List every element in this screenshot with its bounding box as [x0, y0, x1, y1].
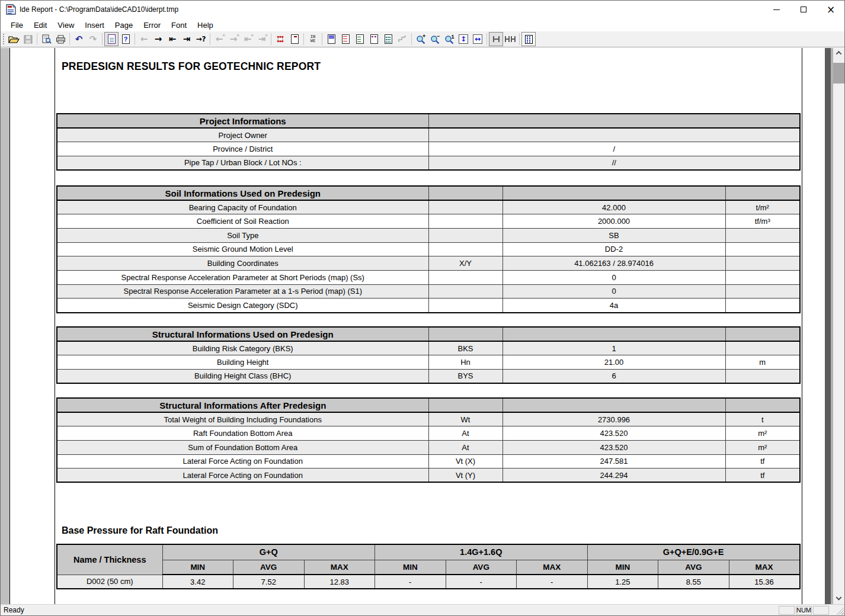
page-shadow — [825, 48, 831, 604]
menu-page[interactable]: Page — [110, 20, 138, 31]
save-button[interactable] — [21, 32, 35, 46]
print-preview-button[interactable] — [39, 32, 53, 46]
close-button[interactable]: × — [817, 1, 844, 18]
svg-text:1: 1 — [451, 34, 454, 40]
last-error-button[interactable]: ⇥× — [255, 32, 269, 46]
menu-insert[interactable]: Insert — [79, 20, 110, 31]
single-page-view-button[interactable] — [489, 32, 503, 46]
pressure-value: 12.83 — [304, 575, 375, 589]
first-error-button[interactable]: ⇤× — [241, 32, 255, 46]
open-folder-icon — [8, 35, 20, 44]
format-grid-button[interactable] — [381, 32, 395, 46]
menu-help[interactable]: Help — [192, 20, 219, 31]
help-button[interactable]: ? — [119, 32, 133, 46]
units-button[interactable]: IN WE — [306, 32, 320, 46]
row-unit — [725, 299, 800, 313]
row-symbol — [428, 299, 502, 313]
last-page-button[interactable]: ⇥ — [180, 32, 194, 46]
scrollbar-thumb[interactable] — [833, 63, 844, 84]
undo-button[interactable]: ↶ — [72, 32, 86, 46]
format-left-lines-icon — [342, 34, 350, 44]
next-page-button[interactable]: → — [151, 32, 165, 46]
table-grid-button[interactable] — [521, 32, 536, 46]
next-error-button[interactable]: →× — [226, 32, 241, 46]
previous-error-button[interactable]: ←× — [212, 32, 226, 46]
redo-icon: ↷ — [89, 35, 97, 44]
toolbar-separator — [303, 33, 304, 45]
row-unit: tf — [725, 454, 800, 469]
first-page-button[interactable]: ⇤ — [165, 32, 180, 46]
status-text: Ready — [1, 606, 24, 614]
vertical-scrollbar[interactable] — [833, 48, 844, 604]
row-unit — [725, 242, 800, 256]
row-label: Seismic Ground Motion Level — [57, 242, 428, 256]
multi-page-view-button[interactable] — [503, 32, 517, 46]
base-pressure-heading: Base Pressure for Raft Foundation — [62, 525, 218, 536]
menu-error[interactable]: Error — [138, 20, 166, 31]
menu-edit[interactable]: Edit — [28, 20, 52, 31]
row-label: Pipe Tap / Urban Block / Lot NOs : — [57, 156, 428, 170]
zoom-out-icon: − — [430, 34, 440, 44]
status-cell-num: NUM — [796, 606, 812, 615]
scroll-up-button[interactable] — [833, 48, 844, 58]
print-button[interactable] — [53, 32, 68, 46]
error-page-icon — [291, 34, 299, 44]
open-button[interactable] — [7, 32, 21, 46]
report-frame-line-right — [802, 48, 802, 604]
row-unit — [725, 341, 800, 355]
toolbar-grip[interactable] — [2, 33, 5, 45]
format-bottom-lines-button[interactable] — [353, 32, 367, 46]
row-value: 423.520 — [502, 426, 725, 441]
previous-page-button[interactable]: ← — [137, 32, 151, 46]
foundation-name: D002 (50 cm) — [57, 575, 162, 589]
fit-height-button[interactable]: ↕ — [456, 32, 470, 46]
row-unit: tf — [725, 469, 800, 483]
menu-view[interactable]: View — [52, 20, 79, 31]
row-unit: t/m² — [725, 200, 800, 214]
row-value: 244.294 — [502, 469, 725, 483]
table-header-empty — [502, 186, 725, 200]
format-header-button[interactable] — [324, 32, 338, 46]
row-label: Bearing Capacity of Foundation — [57, 200, 428, 214]
close-icon: × — [827, 5, 835, 15]
row-label: Soil Type — [57, 228, 428, 242]
format-step-button[interactable] — [395, 32, 409, 46]
menu-font[interactable]: Font — [166, 20, 192, 31]
row-symbol — [428, 200, 502, 214]
error-page-button[interactable] — [287, 32, 302, 46]
zoom-out-button[interactable]: − — [428, 32, 442, 46]
row-label: Spectral Response Acceleration Parameter… — [57, 284, 428, 299]
table-header: Project Informations — [57, 114, 428, 128]
fit-width-button[interactable]: ↔ — [470, 32, 485, 46]
zoom-reset-button[interactable]: 1 — [442, 32, 456, 46]
row-unit — [725, 228, 800, 242]
row-symbol: Hn — [428, 355, 502, 370]
toolbar-separator — [102, 33, 103, 45]
select-object-button[interactable] — [273, 32, 287, 46]
row-symbol: At — [428, 440, 502, 454]
row-value: 42.000 — [502, 200, 725, 214]
subcolumn-header: MAX — [729, 560, 800, 575]
redo-button[interactable]: ↷ — [86, 32, 100, 46]
goto-page-button[interactable]: →? — [194, 32, 208, 46]
zoom-in-button[interactable]: + — [414, 32, 428, 46]
format-left-lines-button[interactable] — [338, 32, 353, 46]
subcolumn-header: MIN — [587, 560, 658, 575]
app-window: Ide Report - C:\ProgramData\ideCAD10\ide… — [0, 0, 845, 616]
load-combination-header: 1.4G+1.6Q — [375, 544, 588, 560]
title-bar: Ide Report - C:\ProgramData\ideCAD10\ide… — [1, 1, 844, 18]
row-label: Building Height — [57, 355, 428, 370]
toolbar-separator — [519, 33, 520, 45]
row-symbol: Vt (Y) — [428, 469, 502, 483]
report-view-icon — [108, 34, 116, 44]
row-label: Project Owner — [57, 128, 428, 142]
resize-grip[interactable] — [836, 607, 844, 615]
menu-file[interactable]: File — [5, 20, 28, 31]
report-view-button[interactable] — [104, 32, 119, 46]
maximize-button[interactable] — [790, 1, 817, 18]
scroll-down-button[interactable] — [833, 594, 844, 604]
row-unit — [725, 270, 800, 284]
minimize-button[interactable] — [763, 1, 790, 18]
format-dashed-button[interactable] — [367, 32, 381, 46]
undo-icon: ↶ — [75, 35, 83, 44]
